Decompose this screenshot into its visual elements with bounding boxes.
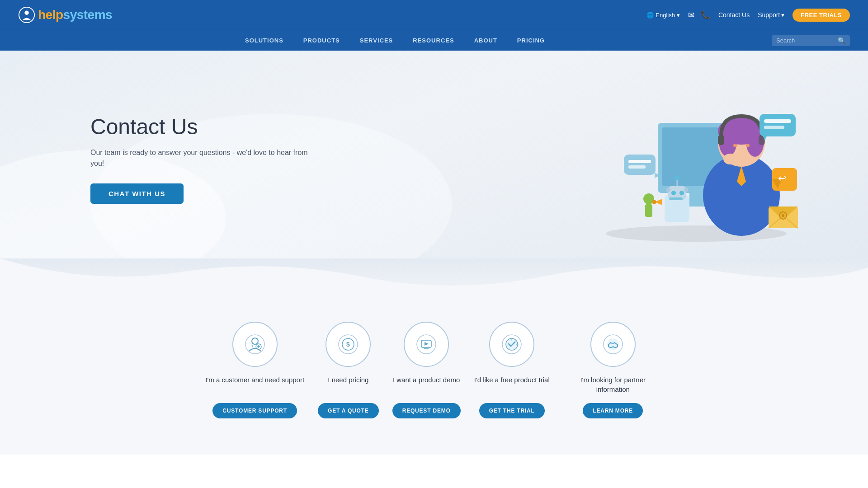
header-right: 🌐 English ▾ ✉ 📞 Contact Us Support ▾ FRE…: [646, 9, 850, 22]
learn-more-button[interactable]: LEARN MORE: [583, 403, 643, 418]
hero-content: Contact Us Our team is ready to answer y…: [90, 114, 316, 204]
hero-title: Contact Us: [90, 114, 316, 139]
search-input[interactable]: [776, 37, 835, 44]
card-label-trial: I'd like a free product trial: [474, 375, 550, 395]
nav-products[interactable]: PRODUCTS: [293, 30, 350, 51]
card-free-trial: I'd like a free product trial GET THE TR…: [474, 322, 550, 418]
svg-marker-53: [251, 345, 254, 346]
request-demo-button[interactable]: REQUEST DEMO: [392, 403, 461, 418]
svg-point-49: [252, 338, 258, 344]
svg-rect-33: [669, 197, 683, 200]
get-the-trial-button[interactable]: GET THE TRIAL: [479, 403, 545, 418]
phone-icon[interactable]: 📞: [701, 10, 710, 20]
wave-divider: [0, 258, 868, 295]
trial-icon: [501, 334, 522, 355]
free-trials-button[interactable]: FREE TRIALS: [793, 9, 850, 22]
card-circle-pricing: $: [326, 322, 371, 367]
search-icon[interactable]: 🔍: [838, 37, 845, 44]
card-circle-demo: [404, 322, 449, 367]
email-icon[interactable]: ✉: [688, 10, 694, 20]
nav-items: SOLUTIONS PRODUCTS SERVICES RESOURCES AB…: [18, 30, 772, 51]
card-circle-partner: [590, 322, 636, 367]
support-link[interactable]: Support ▾: [758, 11, 784, 19]
card-demo: I want a product demo REQUEST DEMO: [392, 322, 461, 418]
svg-point-17: [723, 154, 737, 164]
svg-point-34: [666, 188, 670, 192]
svg-point-47: [782, 214, 784, 217]
nav-about[interactable]: ABOUT: [464, 30, 507, 51]
card-circle-support: [232, 322, 278, 367]
customer-support-button[interactable]: CUSTOMER SUPPORT: [212, 403, 297, 418]
svg-rect-23: [628, 160, 651, 163]
logo-text-2: systems: [63, 8, 113, 22]
hero-illustration: ↩: [588, 64, 805, 245]
svg-text:$: $: [346, 341, 350, 348]
svg-point-35: [684, 188, 689, 192]
logo-text: helpsystems: [38, 8, 112, 22]
contact-us-link[interactable]: Contact Us: [718, 11, 750, 19]
partner-icon: [603, 334, 623, 355]
support-icon: [245, 334, 265, 355]
contact-illustration: ↩: [588, 64, 805, 245]
lang-label: English: [656, 12, 675, 19]
svg-rect-41: [652, 200, 656, 204]
svg-rect-39: [645, 204, 652, 217]
support-chevron-icon: ▾: [781, 11, 784, 19]
wave-svg: [0, 258, 868, 295]
svg-point-15: [746, 144, 750, 147]
svg-text:↩: ↩: [778, 173, 786, 184]
hero-section: Contact Us Our team is ready to answer y…: [0, 51, 868, 258]
svg-point-31: [671, 191, 676, 195]
hero-subtitle: Our team is ready to answer your questio…: [90, 147, 316, 169]
chevron-down-icon: ▾: [677, 12, 680, 19]
header-icons: ✉ 📞: [688, 10, 710, 20]
card-circle-trial: [489, 322, 534, 367]
language-selector[interactable]: 🌐 English ▾: [646, 12, 680, 19]
svg-marker-59: [425, 342, 429, 346]
pricing-icon: $: [338, 334, 359, 355]
demo-icon: [416, 334, 437, 355]
nav-resources[interactable]: RESOURCES: [403, 30, 464, 51]
card-label-support: I'm a customer and need support: [205, 375, 304, 395]
svg-rect-19: [764, 119, 791, 123]
globe-icon: 🌐: [646, 12, 654, 19]
svg-rect-24: [628, 165, 646, 169]
nav-solutions[interactable]: SOLUTIONS: [235, 30, 293, 51]
card-customer-support: I'm a customer and need support CUSTOMER…: [205, 322, 304, 418]
header-top: helpsystems 🌐 English ▾ ✉ 📞 Contact Us S…: [0, 0, 868, 30]
chat-with-us-button[interactable]: CHAT WITH US: [90, 183, 184, 204]
card-label-pricing: I need pricing: [328, 375, 368, 395]
cards-section: I'm a customer and need support CUSTOMER…: [0, 295, 868, 455]
svg-point-37: [675, 176, 679, 180]
svg-rect-18: [760, 114, 796, 136]
logo-text-1: help: [38, 8, 63, 22]
support-label: Support: [758, 11, 780, 19]
get-a-quote-button[interactable]: GET A QUOTE: [318, 403, 379, 418]
card-pricing: $ I need pricing GET A QUOTE: [318, 322, 379, 418]
card-label-demo: I want a product demo: [393, 375, 460, 395]
svg-rect-20: [764, 126, 784, 129]
nav-bar: SOLUTIONS PRODUCTS SERVICES RESOURCES AB…: [0, 30, 868, 51]
svg-point-32: [679, 191, 684, 195]
logo-icon: [18, 6, 35, 23]
svg-point-14: [733, 144, 737, 147]
card-partner: I'm looking for partner information LEAR…: [563, 322, 663, 418]
svg-point-1: [24, 11, 29, 15]
card-label-partner: I'm looking for partner information: [563, 375, 663, 395]
search-box: 🔍: [772, 35, 850, 46]
svg-rect-12: [718, 135, 724, 145]
nav-pricing[interactable]: PRICING: [507, 30, 555, 51]
svg-rect-22: [624, 155, 656, 175]
nav-services[interactable]: SERVICES: [350, 30, 403, 51]
logo[interactable]: helpsystems: [18, 6, 112, 23]
